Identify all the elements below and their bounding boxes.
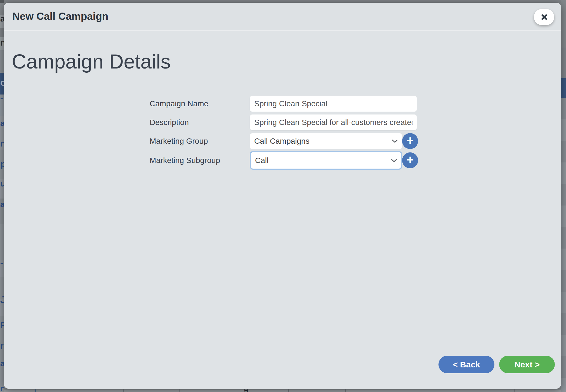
- background-stripe: [561, 98, 566, 392]
- background-text-fragment: ai: [0, 15, 4, 23]
- background-column-divider: [288, 389, 289, 392]
- background-text-fragment: -: [0, 259, 3, 267]
- background-right-sliver: [561, 0, 566, 392]
- background-text-fragment: g: [244, 389, 248, 392]
- screen: { "modal": { "title": "New Call Campaign…: [0, 0, 566, 392]
- campaign-name-label: Campaign Name: [150, 96, 208, 112]
- page-title: Campaign Details: [12, 50, 171, 73]
- close-icon: [541, 14, 548, 20]
- background-stripe: [0, 3, 4, 15]
- background-text-fragment: a: [0, 200, 4, 209]
- background-text-fragment: J: [0, 295, 4, 305]
- background-text-fragment: na: [0, 384, 4, 392]
- background-text-fragment: o: [0, 78, 4, 87]
- background-stripe: [561, 0, 566, 48]
- marketing-subgroup-value: Call: [255, 156, 268, 165]
- marketing-group-label: Marketing Group: [150, 133, 208, 149]
- add-marketing-group-button[interactable]: +: [402, 133, 418, 149]
- background-text-fragment: |: [34, 389, 36, 392]
- background-stripe: [561, 48, 566, 78]
- background-stripe: [0, 50, 4, 73]
- campaign-name-input[interactable]: [250, 96, 417, 112]
- marketing-group-value: Call Campaigns: [254, 137, 310, 146]
- background-text-fragment: p: [0, 159, 4, 169]
- background-text-fragment: up: [0, 180, 4, 188]
- background-text-fragment: a: [0, 119, 4, 127]
- marketing-subgroup-label: Marketing Subgroup: [150, 151, 220, 170]
- background-text-fragment: a: [0, 359, 4, 368]
- background-text-fragment: n: [0, 39, 4, 47]
- dialog-header: New Call Campaign: [4, 3, 561, 31]
- marketing-subgroup-select[interactable]: Call: [250, 151, 402, 170]
- background-stripe: [0, 0, 4, 3]
- next-button[interactable]: Next >: [499, 356, 555, 373]
- dialog-title: New Call Campaign: [12, 11, 108, 22]
- background-stripe: [0, 28, 4, 37]
- background-column-divider: [123, 389, 124, 392]
- plus-icon: +: [407, 134, 414, 147]
- background-text-fragment: -: [0, 94, 3, 102]
- background-text-fragment: Re: [0, 321, 4, 329]
- background-column-divider: [345, 389, 346, 392]
- background-text-fragment: ne: [0, 140, 4, 148]
- plus-icon: +: [407, 154, 414, 166]
- background-column-divider: [179, 389, 180, 392]
- chevron-down-icon: [391, 159, 397, 162]
- back-button[interactable]: < Back: [438, 356, 494, 373]
- background-text-fragment: re: [0, 342, 4, 350]
- marketing-group-select[interactable]: Call Campaigns: [250, 133, 402, 149]
- background-table-edge: |g: [0, 389, 566, 392]
- close-button[interactable]: [534, 9, 554, 25]
- description-label: Description: [150, 114, 189, 130]
- chevron-down-icon: [392, 140, 398, 143]
- description-input[interactable]: [250, 114, 417, 130]
- background-column-divider: [514, 389, 515, 392]
- add-marketing-subgroup-button[interactable]: +: [402, 152, 418, 168]
- background-left-sliver: aino-anepupa-JRereana: [0, 0, 4, 392]
- new-call-campaign-dialog: New Call Campaign Campaign Details Campa…: [4, 3, 561, 389]
- background-stripe-selected-row: [561, 78, 566, 98]
